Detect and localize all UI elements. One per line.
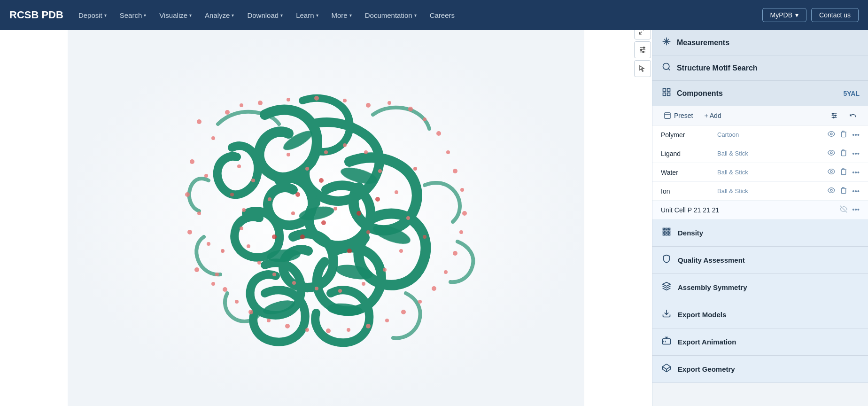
export-animation-icon: [661, 336, 672, 348]
nav-learn[interactable]: Learn ▾: [290, 8, 324, 22]
svg-point-75: [356, 211, 361, 216]
nav-search[interactable]: Search ▾: [114, 8, 152, 22]
svg-point-58: [364, 150, 368, 154]
export-geometry-section[interactable]: Export Geometry: [652, 356, 868, 383]
nav-documentation[interactable]: Documentation ▾: [359, 8, 422, 22]
svg-point-25: [366, 103, 371, 108]
water-more-icon[interactable]: •••: [852, 168, 860, 176]
svg-point-13: [185, 192, 190, 197]
unit-cell-more-icon[interactable]: •••: [852, 205, 860, 214]
svg-point-52: [251, 179, 255, 182]
polymer-actions: •••: [828, 130, 860, 139]
svg-point-79: [272, 234, 277, 239]
svg-point-101: [643, 51, 644, 53]
export-models-section[interactable]: Export Models: [652, 301, 868, 328]
ligand-visibility-icon[interactable]: [828, 149, 835, 158]
ion-visibility-icon[interactable]: [828, 187, 835, 195]
svg-point-18: [211, 282, 215, 286]
chevron-down-icon: ▾: [189, 13, 192, 18]
polymer-delete-icon[interactable]: [840, 130, 847, 139]
ligand-delete-icon[interactable]: [840, 149, 847, 158]
svg-point-70: [247, 244, 250, 248]
svg-point-68: [272, 273, 276, 276]
svg-point-37: [432, 286, 436, 291]
structure-motif-label: Structure Motif Search: [677, 64, 758, 72]
svg-point-26: [388, 101, 391, 105]
nav-download[interactable]: Download ▾: [241, 8, 288, 22]
svg-point-51: [237, 164, 241, 168]
export-models-icon: [661, 309, 672, 320]
measurements-icon: [661, 37, 672, 48]
ion-label: Ion: [661, 187, 717, 195]
water-visibility-icon[interactable]: [828, 168, 835, 177]
svg-point-54: [287, 153, 290, 156]
svg-point-85: [423, 235, 426, 239]
structure-motif-header[interactable]: Structure Motif Search: [652, 55, 868, 80]
svg-point-119: [833, 117, 834, 118]
svg-point-63: [383, 268, 387, 272]
ion-delete-icon[interactable]: [840, 187, 847, 195]
density-section[interactable]: Density: [652, 219, 868, 247]
svg-point-47: [248, 310, 253, 314]
select-toolbar-btn[interactable]: [634, 60, 651, 77]
nav-careers[interactable]: Careers: [424, 8, 460, 22]
chevron-down-icon: ▾: [795, 11, 798, 19]
svg-point-17: [194, 267, 199, 272]
export-animation-section[interactable]: Export Animation: [652, 328, 868, 356]
chevron-down-icon: ▾: [414, 13, 417, 18]
svg-point-57: [343, 143, 347, 147]
water-delete-icon[interactable]: [840, 168, 847, 177]
svg-point-55: [305, 167, 309, 171]
ion-more-icon[interactable]: •••: [852, 187, 860, 195]
svg-point-53: [268, 197, 271, 201]
controls-toolbar-btn[interactable]: [634, 41, 651, 58]
brand-logo[interactable]: RCSB PDB: [9, 9, 63, 21]
nav-more[interactable]: More ▾: [326, 8, 357, 22]
svg-point-83: [366, 230, 370, 234]
svg-point-28: [423, 117, 426, 121]
right-panel: Measurements Structure Motif Search: [652, 30, 868, 406]
svg-point-49: [223, 287, 227, 292]
svg-rect-128: [663, 231, 665, 232]
chevron-down-icon: ▾: [280, 13, 283, 18]
svg-point-71: [240, 226, 243, 230]
svg-point-42: [347, 328, 350, 332]
svg-point-122: [830, 171, 832, 172]
svg-rect-126: [666, 228, 667, 230]
ligand-more-icon[interactable]: •••: [852, 149, 860, 157]
components-icon: [661, 87, 672, 99]
add-component-button[interactable]: + Add: [700, 110, 725, 121]
svg-point-56: [324, 150, 328, 154]
polymer-visibility-icon[interactable]: [828, 130, 835, 139]
polymer-more-icon[interactable]: •••: [852, 131, 860, 139]
svg-point-61: [406, 216, 410, 220]
mypdb-button[interactable]: MyPDB ▾: [762, 8, 806, 22]
svg-point-20: [240, 103, 243, 107]
svg-rect-0: [68, 30, 584, 406]
unit-cell-visibility-icon[interactable]: [840, 205, 847, 214]
measurements-header[interactable]: Measurements: [652, 30, 868, 55]
nav-analyze[interactable]: Analyze ▾: [199, 8, 240, 22]
measurements-label: Measurements: [677, 39, 729, 47]
svg-point-84: [413, 167, 417, 171]
quality-assessment-section[interactable]: Quality Assessment: [652, 247, 868, 274]
svg-point-45: [285, 324, 290, 328]
svg-point-120: [830, 133, 832, 135]
nav-deposit[interactable]: Deposit ▾: [73, 8, 112, 22]
svg-point-34: [459, 230, 463, 234]
ligand-type: Ball & Stick: [717, 150, 828, 157]
svg-point-86: [230, 193, 234, 196]
nav-visualize[interactable]: Visualize ▾: [154, 8, 197, 22]
preset-button[interactable]: Preset: [660, 110, 697, 121]
component-settings-button[interactable]: [827, 110, 842, 121]
svg-line-107: [668, 69, 670, 70]
svg-point-19: [225, 110, 230, 115]
svg-point-87: [221, 249, 225, 253]
protein-viewer-area[interactable]: [0, 30, 652, 406]
component-undo-button[interactable]: [845, 110, 860, 121]
svg-point-30: [446, 150, 450, 154]
svg-point-40: [385, 319, 389, 322]
contact-button[interactable]: Contact us: [811, 8, 859, 22]
chevron-down-icon: ▾: [232, 13, 234, 18]
assembly-symmetry-section[interactable]: Assembly Symmetry: [652, 274, 868, 301]
